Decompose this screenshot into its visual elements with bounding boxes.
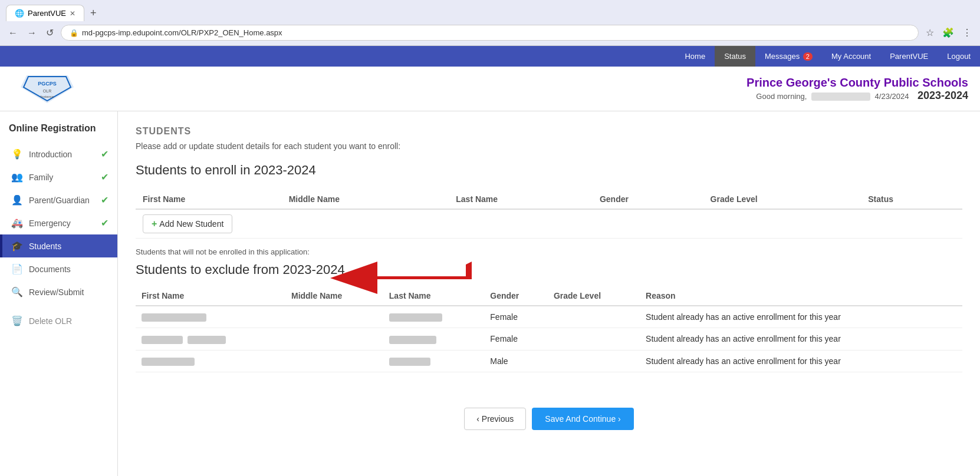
exclude-section-title: Students to exclude from 2023-2024	[136, 262, 962, 277]
sidebar-family-label: Family	[29, 173, 95, 182]
url-display: md-pgcps-imp.edupoint.com/OLR/PXP2_OEN_H…	[82, 28, 282, 37]
page-header: PGCPS OLR Instance Prince George's Count…	[0, 67, 980, 111]
ex-col-last-name: Last Name	[383, 286, 485, 306]
sidebar-item-emergency[interactable]: 🚑 Emergency ✔	[0, 211, 117, 234]
sidebar-item-parent-guardian[interactable]: 👤 Parent/Guardian ✔	[0, 189, 117, 211]
more-btn[interactable]: ⋮	[960, 25, 974, 41]
col-first-name: First Name	[136, 190, 282, 209]
my-account-nav-button[interactable]: My Account	[822, 46, 880, 67]
logout-nav-button[interactable]: Logout	[938, 46, 980, 67]
parentvue-nav-button[interactable]: ParentVUE	[880, 46, 938, 67]
header-info: Prince George's County Public Schools Go…	[94, 76, 968, 102]
svg-text:Instance: Instance	[41, 95, 54, 98]
delete-icon: 🗑️	[11, 315, 23, 326]
bookmark-btn[interactable]: ☆	[923, 25, 936, 41]
col-gender: Gender	[593, 190, 703, 209]
sidebar-item-documents[interactable]: 📄 Documents	[0, 257, 117, 280]
parent-icon: 👤	[11, 194, 23, 206]
sidebar-documents-label: Documents	[29, 265, 108, 274]
sidebar-title: Online Registration	[0, 123, 117, 143]
students-note: Students that will not be enrolled in th…	[136, 247, 962, 256]
main-layout: Online Registration 💡 Introduction ✔ 👥 F…	[0, 111, 980, 476]
table-row: Female Student already has an active enr…	[136, 328, 962, 350]
col-last-name: Last Name	[449, 190, 593, 209]
home-nav-button[interactable]: Home	[675, 46, 715, 67]
tab-close-btn[interactable]: ✕	[70, 9, 75, 18]
sidebar-introduction-label: Introduction	[29, 150, 95, 159]
forward-button[interactable]: →	[25, 25, 39, 41]
extensions-btn[interactable]: 🧩	[940, 25, 956, 41]
status-nav-button[interactable]: Status	[715, 46, 755, 67]
add-student-label: Add New Student	[159, 219, 223, 229]
sidebar-students-label: Students	[29, 242, 108, 251]
sidebar-item-introduction[interactable]: 💡 Introduction ✔	[0, 143, 117, 166]
sidebar-emergency-label: Emergency	[29, 219, 95, 228]
top-navigation: Home Status Messages 2 My Account Parent…	[0, 46, 980, 67]
table-row: Male Student already has an active enrol…	[136, 350, 962, 372]
svg-text:PGCPS: PGCPS	[38, 81, 57, 87]
ex-col-reason: Reason	[640, 286, 962, 306]
year-display: 2023-2024	[917, 90, 968, 101]
sidebar-item-delete-olr[interactable]: 🗑️ Delete OLR	[0, 309, 117, 332]
new-tab-button[interactable]: +	[87, 6, 100, 21]
active-tab[interactable]: 🌐 ParentVUE ✕	[6, 5, 84, 21]
ex-col-grade-level: Grade Level	[548, 286, 640, 306]
col-grade-level: Grade Level	[703, 190, 861, 209]
plus-icon: +	[152, 219, 157, 229]
sidebar-parent-label: Parent/Guardian	[29, 196, 95, 205]
address-bar[interactable]: 🔒 md-pgcps-imp.edupoint.com/OLR/PXP2_OEN…	[61, 25, 919, 41]
table-row: Female Student already has an active enr…	[136, 306, 962, 328]
ex-col-middle-name: Middle Name	[285, 286, 383, 306]
students-icon: 🎓	[11, 240, 23, 252]
enroll-table: First Name Middle Name Last Name Gender …	[136, 190, 962, 239]
sidebar-delete-label: Delete OLR	[29, 316, 108, 326]
school-name: Prince George's County Public Schools	[94, 76, 968, 90]
date-display: 4/23/2024	[875, 92, 909, 101]
section-heading: STUDENTS	[136, 126, 962, 137]
col-middle-name: Middle Name	[282, 190, 449, 209]
documents-icon: 📄	[11, 263, 23, 275]
sidebar-item-family[interactable]: 👥 Family ✔	[0, 166, 117, 189]
content-description: Please add or update student details for…	[136, 141, 962, 151]
ex-col-first-name: First Name	[136, 286, 285, 306]
greeting-text: Good morning,	[756, 92, 807, 101]
introduction-icon: 💡	[11, 148, 23, 160]
sidebar-item-review-submit[interactable]: 🔍 Review/Submit	[0, 280, 117, 303]
emergency-check: ✔	[101, 217, 108, 229]
messages-badge: 2	[803, 52, 813, 61]
tab-title: ParentVUE	[28, 9, 66, 18]
introduction-check: ✔	[101, 148, 108, 160]
col-status: Status	[861, 190, 962, 209]
ex-col-gender: Gender	[484, 286, 548, 306]
back-button[interactable]: ←	[6, 25, 20, 41]
bottom-navigation: ‹ Previous Save And Continue ›	[136, 408, 962, 442]
logo: PGCPS OLR Instance	[12, 72, 83, 105]
review-icon: 🔍	[11, 286, 23, 298]
reload-button[interactable]: ↺	[44, 25, 56, 41]
svg-text:OLR: OLR	[43, 89, 51, 93]
save-and-continue-button[interactable]: Save And Continue ›	[532, 408, 633, 430]
previous-button[interactable]: ‹ Previous	[464, 408, 526, 430]
enroll-section-title: Students to enroll in 2023-2024	[136, 163, 962, 178]
main-content: STUDENTS Please add or update student de…	[118, 111, 980, 476]
add-student-row: + Add New Student	[136, 209, 962, 239]
sidebar: Online Registration 💡 Introduction ✔ 👥 F…	[0, 111, 118, 476]
emergency-icon: 🚑	[11, 217, 23, 229]
family-check: ✔	[101, 171, 108, 183]
greeting-date: Good morning, 4/23/2024 2023-2024	[94, 90, 968, 102]
parent-check: ✔	[101, 194, 108, 206]
messages-nav-button[interactable]: Messages 2	[755, 46, 822, 67]
family-icon: 👥	[11, 171, 23, 183]
exclude-table: First Name Middle Name Last Name Gender …	[136, 286, 962, 372]
add-new-student-button[interactable]: + Add New Student	[143, 214, 232, 233]
sidebar-item-students[interactable]: 🎓 Students	[0, 234, 117, 257]
sidebar-review-label: Review/Submit	[29, 287, 108, 297]
pgcps-logo: PGCPS OLR Instance	[12, 72, 83, 105]
